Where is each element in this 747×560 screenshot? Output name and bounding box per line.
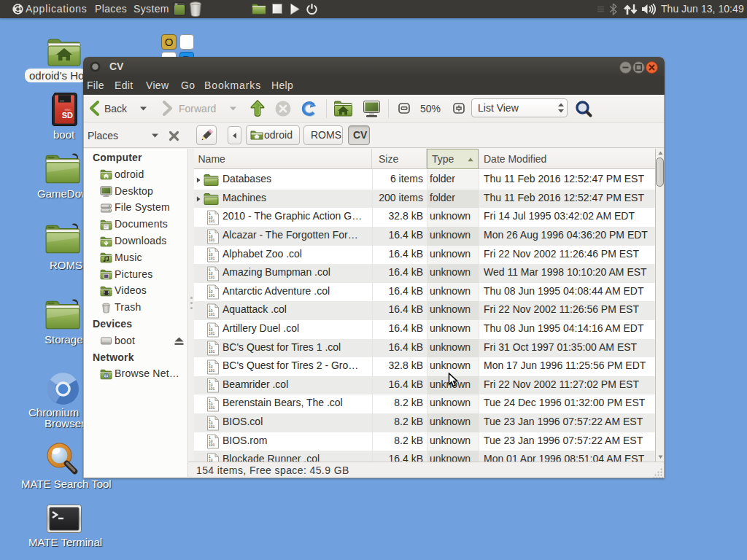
svg-text:101: 101 (209, 238, 215, 242)
svg-text:101: 101 (209, 294, 215, 298)
svg-text:101: 101 (209, 387, 215, 391)
svg-text:101: 101 (209, 406, 215, 410)
svg-text:101: 101 (209, 425, 215, 429)
svg-text:101: 101 (209, 219, 215, 223)
svg-text:SD: SD (62, 111, 73, 120)
svg-text:101: 101 (209, 313, 215, 316)
svg-text:101: 101 (209, 332, 215, 335)
svg-text:101: 101 (209, 276, 215, 279)
svg-text:101: 101 (209, 369, 215, 373)
svg-text:101: 101 (209, 257, 215, 260)
svg-text:101: 101 (209, 350, 215, 354)
svg-text:101: 101 (209, 443, 215, 447)
